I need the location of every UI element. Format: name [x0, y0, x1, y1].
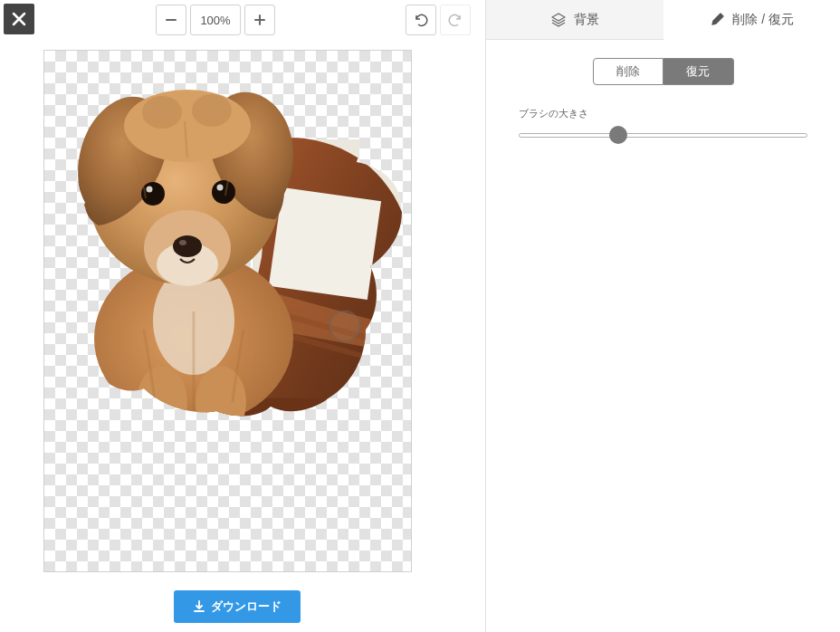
mode-erase-button[interactable]: 削除 [593, 58, 663, 85]
mode-restore-label: 復元 [686, 63, 710, 80]
transparency-checkerboard [44, 51, 411, 571]
download-button[interactable]: ダウンロード [174, 590, 301, 623]
brush-size-slider[interactable] [519, 126, 807, 144]
svg-point-12 [173, 235, 202, 257]
right-panel: 背景 削除 / 復元 削除 復元 ブラシの大きさ [485, 0, 840, 632]
plus-icon [253, 14, 266, 26]
editor-main-area: ダウンロード [0, 0, 485, 632]
undo-icon [413, 12, 429, 28]
slider-thumb[interactable] [609, 126, 627, 144]
svg-point-9 [192, 94, 232, 127]
tab-background[interactable]: 背景 [486, 0, 663, 39]
download-icon [193, 600, 205, 613]
brush-cursor [329, 311, 360, 341]
undo-redo-group [406, 5, 471, 35]
panel-tabs: 背景 削除 / 復元 [486, 0, 840, 40]
svg-point-17 [217, 185, 224, 191]
svg-point-15 [147, 187, 153, 193]
undo-button[interactable] [406, 5, 436, 35]
toolbar [0, 0, 485, 40]
zoom-in-button[interactable] [244, 5, 275, 35]
brush-icon [709, 12, 725, 28]
mode-erase-label: 削除 [616, 63, 640, 80]
mode-toggle: 削除 復元 [519, 58, 807, 85]
zoom-level-input[interactable] [190, 5, 241, 35]
slider-track [519, 133, 807, 138]
tab-erase-restore[interactable]: 削除 / 復元 [663, 0, 841, 40]
svg-point-8 [142, 96, 182, 129]
tab-erase-restore-label: 削除 / 復元 [732, 12, 794, 28]
download-label: ダウンロード [211, 598, 282, 615]
brush-size-label: ブラシの大きさ [519, 107, 807, 120]
zoom-out-button[interactable] [156, 5, 186, 35]
canvas-container[interactable] [43, 50, 412, 572]
layers-icon [550, 12, 567, 28]
image-subject [44, 58, 411, 420]
tab-background-label: 背景 [574, 12, 599, 28]
svg-rect-1 [269, 187, 381, 300]
svg-point-16 [212, 180, 235, 204]
svg-point-13 [179, 240, 186, 245]
mode-restore-button[interactable]: 復元 [663, 58, 734, 85]
minus-icon [165, 14, 177, 26]
redo-icon [447, 12, 463, 28]
redo-button[interactable] [440, 5, 471, 35]
panel-body: 削除 復元 ブラシの大きさ [486, 40, 840, 632]
